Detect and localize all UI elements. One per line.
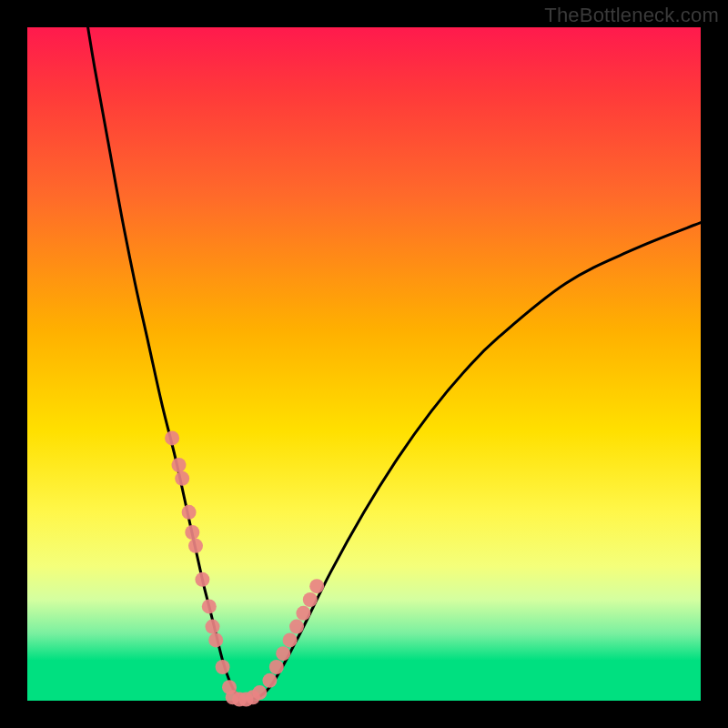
- data-point: [216, 660, 230, 674]
- data-point: [289, 620, 304, 634]
- chart-frame: TheBottleneck.com: [0, 0, 728, 728]
- data-point: [303, 592, 318, 607]
- v-curve-line: [88, 27, 701, 703]
- data-point: [296, 606, 310, 621]
- data-point: [262, 673, 277, 688]
- data-point: [269, 660, 284, 674]
- scatter-left: [165, 430, 237, 694]
- data-point: [182, 505, 197, 520]
- data-point: [283, 632, 298, 647]
- data-point: [188, 539, 203, 553]
- data-point: [208, 632, 223, 647]
- data-point: [206, 620, 220, 634]
- data-point: [175, 471, 189, 486]
- watermark-text: TheBottleneck.com: [544, 4, 719, 27]
- data-point: [185, 525, 199, 540]
- data-point: [252, 685, 267, 700]
- chart-svg: [27, 27, 701, 701]
- data-point: [276, 646, 290, 661]
- data-point: [165, 430, 179, 445]
- scatter-right: [262, 579, 324, 688]
- data-point: [202, 599, 217, 613]
- data-point: [195, 572, 209, 587]
- plot-area: [27, 27, 701, 701]
- data-point: [172, 458, 187, 472]
- data-point: [309, 579, 324, 593]
